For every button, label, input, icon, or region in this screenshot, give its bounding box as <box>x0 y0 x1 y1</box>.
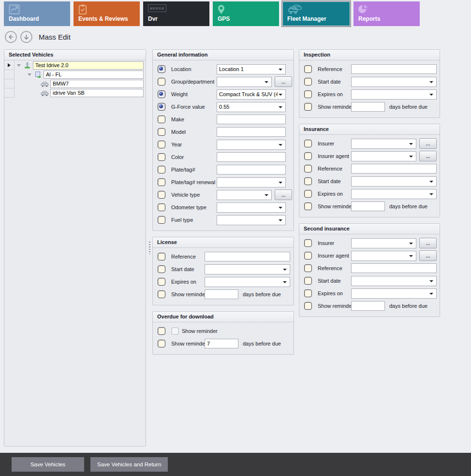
move-down-button[interactable] <box>20 31 32 43</box>
second_insurance-reference-input[interactable] <box>351 263 437 273</box>
second_insurance-insurer-agent-toggle-checkbox[interactable] <box>304 252 312 260</box>
inspection-start-date-select[interactable] <box>351 77 437 87</box>
general-location-toggle-checkbox[interactable] <box>158 65 165 73</box>
general-year-select[interactable] <box>217 140 286 150</box>
general-g-force-value-toggle-checkbox[interactable] <box>158 103 165 111</box>
second_insurance-insurer-agent-select[interactable] <box>351 251 416 261</box>
tree-expander-icon[interactable] <box>16 64 22 67</box>
save-vehicles-button[interactable]: Save Vehicles <box>12 457 84 472</box>
general-vehicle-type-toggle-checkbox[interactable] <box>158 191 165 199</box>
license-expires-on-toggle-checkbox[interactable] <box>158 278 165 286</box>
panel-splitter[interactable] <box>147 49 151 447</box>
field-label: Location <box>171 66 191 72</box>
nav-tab-gps[interactable]: GPS <box>213 1 279 26</box>
general-plate-tag-renewal-toggle-checkbox[interactable] <box>158 178 165 186</box>
second_insurance-insurer-toggle-checkbox[interactable] <box>304 239 312 247</box>
general-make-input[interactable] <box>217 115 286 124</box>
inspection-reference-input[interactable] <box>351 64 437 74</box>
second_insurance-show-reminder-toggle-checkbox[interactable] <box>304 302 312 310</box>
second_insurance-insurer-browse-button[interactable]: ... <box>419 238 437 248</box>
insurance-reference-input[interactable] <box>351 164 437 173</box>
general-fuel-type-toggle-checkbox[interactable] <box>158 216 165 224</box>
license-start-date-toggle-checkbox[interactable] <box>158 265 165 273</box>
general-make-toggle-checkbox[interactable] <box>158 115 165 123</box>
insurance-show-reminder-input[interactable] <box>351 202 385 211</box>
insurance-start-date-select[interactable] <box>351 176 437 187</box>
license-show-reminder-input[interactable] <box>205 289 238 299</box>
nav-tab-events-reviews[interactable]: Events & Reviews <box>74 1 140 26</box>
back-button[interactable] <box>5 31 17 43</box>
insurance-insurer-select[interactable] <box>351 139 416 149</box>
general-weight-select[interactable]: Compact Truck & SUV (4... <box>217 89 286 100</box>
general-plate-tag-toggle-checkbox[interactable] <box>158 166 165 173</box>
general-year-toggle-checkbox[interactable] <box>158 141 165 148</box>
tree-row-al-fl[interactable]: Al - FL <box>4 70 146 79</box>
insurance-insurer-agent-browse-button[interactable]: ... <box>419 151 437 161</box>
insurance-insurer-agent-select[interactable] <box>351 151 416 161</box>
general-location-select[interactable]: Location 1 <box>217 64 286 74</box>
nav-tab-fleet-manager[interactable]: Fleet Manager <box>282 1 350 26</box>
general-group-department-toggle-checkbox[interactable] <box>158 78 165 86</box>
row-indicator-cell <box>4 88 15 98</box>
license-start-date-select[interactable] <box>205 264 290 274</box>
insurance-insurer-browse-button[interactable]: ... <box>419 138 437 149</box>
field-label: G-Force value <box>171 104 205 110</box>
nav-tab-dashboard[interactable]: Dashboard <box>4 1 70 26</box>
inspection-expires-on-toggle-checkbox[interactable] <box>304 90 312 98</box>
form-row: Color <box>153 151 294 163</box>
section-title: Insurance <box>299 124 440 135</box>
tree-row-idrive-van-sb[interactable]: idrive Van SB <box>4 88 146 98</box>
insurance-insurer-agent-toggle-checkbox[interactable] <box>304 152 312 160</box>
second_insurance-show-reminder-input[interactable] <box>351 301 385 311</box>
general-fuel-type-select[interactable] <box>217 215 286 225</box>
tree-row-bmw7[interactable]: BMW7 <box>4 79 146 88</box>
general-vehicle-type-select[interactable] <box>217 190 272 200</box>
general-plate-tag-renewal-select[interactable] <box>217 177 286 188</box>
field-label: Reference <box>318 265 342 271</box>
insurance-insurer-toggle-checkbox[interactable] <box>304 140 312 147</box>
overdue-show-reminder-toggle-checkbox[interactable] <box>158 327 165 335</box>
insurance-start-date-toggle-checkbox[interactable] <box>304 177 312 185</box>
general-model-toggle-checkbox[interactable] <box>158 128 165 136</box>
nav-tab-dvr[interactable]: MERGEDvr <box>143 1 209 26</box>
second_insurance-start-date-toggle-checkbox[interactable] <box>304 277 312 285</box>
general-model-input[interactable] <box>217 127 286 137</box>
inspection-start-date-toggle-checkbox[interactable] <box>304 78 312 86</box>
insurance-show-reminder-toggle-checkbox[interactable] <box>304 202 312 210</box>
inspection-show-reminder-input[interactable] <box>351 102 385 112</box>
general-group-department-browse-button[interactable]: ... <box>275 76 292 87</box>
general-color-toggle-checkbox[interactable] <box>158 153 165 161</box>
second_insurance-reference-toggle-checkbox[interactable] <box>304 264 312 272</box>
license-expires-on-select[interactable] <box>205 277 290 287</box>
insurance-reference-toggle-checkbox[interactable] <box>304 165 312 173</box>
inspection-reference-toggle-checkbox[interactable] <box>304 65 312 73</box>
general-color-input[interactable] <box>217 152 286 162</box>
license-show-reminder-toggle-checkbox[interactable] <box>158 290 165 298</box>
general-group-department-select[interactable] <box>217 77 272 87</box>
overdue-show-reminder-toggle-checkbox[interactable] <box>158 340 165 347</box>
general-vehicle-type-browse-button[interactable]: ... <box>275 189 292 200</box>
license-reference-input[interactable] <box>205 252 290 261</box>
license-reference-toggle-checkbox[interactable] <box>158 253 165 260</box>
general-odometer-type-toggle-checkbox[interactable] <box>158 203 165 211</box>
second_insurance-expires-on-select[interactable] <box>351 288 437 299</box>
general-odometer-type-select[interactable] <box>217 202 286 213</box>
general-weight-toggle-checkbox[interactable] <box>158 90 165 98</box>
insurance-expires-on-toggle-checkbox[interactable] <box>304 190 312 198</box>
nav-tab-reports[interactable]: Reports <box>353 1 420 26</box>
second_insurance-insurer-agent-browse-button[interactable]: ... <box>419 250 437 261</box>
second_insurance-start-date-select[interactable] <box>351 276 437 286</box>
save-vehicles-and-return-button[interactable]: Save Vehicles and Return <box>90 457 168 472</box>
general-plate-tag-input[interactable] <box>217 165 286 174</box>
tree-row-test-idrive-2-0[interactable]: Test Idrive 2.0 <box>4 61 146 70</box>
second_insurance-expires-on-toggle-checkbox[interactable] <box>304 289 312 297</box>
overdue-show-reminder-checkbox[interactable] <box>172 328 178 334</box>
second_insurance-insurer-select[interactable] <box>351 238 416 248</box>
nav-tab-label: Fleet Manager <box>287 15 326 22</box>
inspection-expires-on-select[interactable] <box>351 89 437 100</box>
insurance-expires-on-select[interactable] <box>351 189 437 199</box>
tree-expander-icon[interactable] <box>27 73 32 76</box>
overdue-show-reminder-input[interactable] <box>205 339 238 348</box>
general-g-force-value-select[interactable]: 0.55 <box>217 102 286 112</box>
inspection-show-reminder-toggle-checkbox[interactable] <box>304 103 312 111</box>
